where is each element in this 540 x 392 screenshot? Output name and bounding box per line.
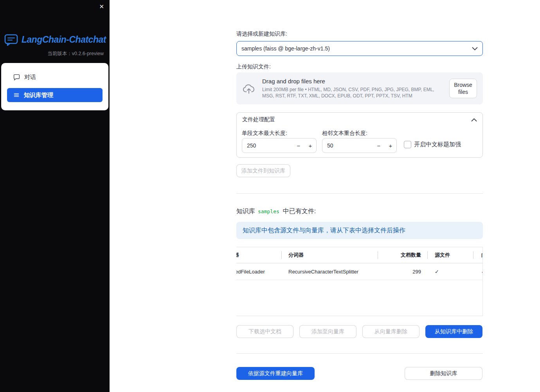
expander-title: 文件处理配置 <box>242 116 275 123</box>
main-content: 请选择或新建知识库: samples (faiss @ bge-large-zh… <box>236 0 483 380</box>
chunk-size-input[interactable]: 250 − + <box>242 138 317 153</box>
kb-files-suffix: 中已有文件: <box>283 207 316 216</box>
checkbox-label: 开启中文标题加强 <box>414 141 461 148</box>
file-uploader-dropzone[interactable]: Drag and drop files here Limit 200MB per… <box>236 72 483 104</box>
cell-vector-check: ✓ <box>473 263 482 280</box>
overlap-size-label: 相邻文本重合长度: <box>322 129 397 137</box>
delete-from-kb-button[interactable]: 从知识库中删除 <box>425 325 482 338</box>
decrement-button[interactable]: − <box>293 138 304 153</box>
overlap-size-input[interactable]: 50 − + <box>322 138 397 153</box>
browse-files-button[interactable]: Browse files <box>449 79 477 98</box>
overlap-size-group: 相邻文本重合长度: 50 − + <box>322 129 397 153</box>
sidebar: ✕ LangChain-Chatchat 当前版本：v0.2.6-preview… <box>0 0 110 392</box>
expander-header[interactable]: 文件处理配置 <box>237 113 482 127</box>
divider <box>236 353 483 354</box>
menu-item-label: 知识库管理 <box>24 92 53 99</box>
sidebar-close-icon[interactable]: ✕ <box>99 3 104 10</box>
chunk-size-label: 单段文本最大长度: <box>242 129 317 137</box>
decrement-button[interactable]: − <box>373 138 385 153</box>
info-text: 知识库中包含源文件与向量库，请从下表中选择文件后操作 <box>243 227 405 235</box>
app-logo: LangChain-Chatchat <box>0 0 110 46</box>
kb-actions: 依据源文件重建向量库 删除知识库 <box>236 367 483 380</box>
column-header-label: 文档加载器 <box>236 252 239 259</box>
upload-label: 上传知识文件: <box>236 63 483 70</box>
column-header-vector[interactable]: 向量库 <box>473 247 482 263</box>
kb-files-heading: 知识库 samples 中已有文件: <box>236 207 483 215</box>
checkbox-icon <box>404 141 411 148</box>
app-version: 当前版本：v0.2.6-preview <box>0 50 110 57</box>
file-config-expander: 文件处理配置 单段文本最大长度: 250 − + 相邻文本重合长度: 50 − … <box>236 112 483 158</box>
chunk-size-group: 单段文本最大长度: 250 − + <box>242 129 317 153</box>
sidebar-item-chat[interactable]: 对话 <box>7 70 103 84</box>
info-banner: 知识库中包含源文件与向量库，请从下表中选择文件后操作 <box>236 222 483 239</box>
divider <box>236 193 483 194</box>
add-files-to-kb-button[interactable]: 添加文件到知识库 <box>236 164 290 177</box>
uploader-limit-text: Limit 200MB per file • HTML, MD, JSON, C… <box>262 86 444 99</box>
sidebar-item-knowledge-base[interactable]: 知识库管理 <box>7 88 103 102</box>
cell-loader-value: UnstructuredFileLoader <box>236 269 265 275</box>
kb-files-table: 文档加载器 分词器 文档数量 源文件 向量库 UnstructuredFileL… <box>236 247 483 316</box>
overlap-size-value: 50 <box>327 142 373 149</box>
kb-selectbox[interactable]: samples (faiss @ bge-large-zh-v1.5) <box>236 41 483 56</box>
cell-splitter: RecursiveCharacterTextSplitter <box>282 263 378 280</box>
uploader-text: Drag and drop files here Limit 200MB per… <box>256 78 449 99</box>
increment-button[interactable]: + <box>304 138 316 153</box>
chevron-down-icon <box>472 47 478 50</box>
column-header-splitter[interactable]: 分词器 <box>282 247 378 263</box>
delete-from-vector-store-button[interactable]: 从向量库删除 <box>362 325 419 338</box>
kb-name-code: samples <box>258 209 279 214</box>
chat-logo-icon <box>4 34 18 46</box>
zh-title-enhance-checkbox[interactable]: 开启中文标题加强 <box>404 141 461 148</box>
column-header-source[interactable]: 源文件 <box>428 247 473 263</box>
row-actions: 下载选中文档 添加至向量库 从向量库删除 从知识库中删除 <box>236 325 483 338</box>
column-header-loader[interactable]: 文档加载器 <box>236 247 281 263</box>
expander-body: 单段文本最大长度: 250 − + 相邻文本重合长度: 50 − + 开启中文标… <box>237 127 482 157</box>
cloud-upload-icon <box>243 83 256 94</box>
uploader-drag-text: Drag and drop files here <box>262 78 444 85</box>
rebuild-vector-store-button[interactable]: 依据源文件重建向量库 <box>236 367 315 380</box>
table-row[interactable]: UnstructuredFileLoader RecursiveCharacte… <box>236 263 482 280</box>
download-selected-button[interactable]: 下载选中文档 <box>236 325 293 338</box>
chevron-up-icon <box>471 118 477 122</box>
add-to-vector-store-button[interactable]: 添加至向量库 <box>299 325 356 338</box>
app-title: LangChain-Chatchat <box>22 34 106 45</box>
kb-files-prefix: 知识库 <box>236 207 255 216</box>
column-header-doc-count[interactable]: 文档数量 <box>378 247 427 263</box>
table-header-row: 文档加载器 分词器 文档数量 源文件 向量库 <box>236 247 482 263</box>
chat-bubble-icon <box>13 74 20 81</box>
list-icon <box>13 92 20 98</box>
sidebar-menu: 对话 知识库管理 <box>1 63 108 110</box>
kb-select-value: samples (faiss @ bge-large-zh-v1.5) <box>241 45 330 52</box>
delete-kb-button[interactable]: 删除知识库 <box>405 367 482 380</box>
chunk-size-value: 250 <box>247 142 293 149</box>
cell-source-check: ✓ <box>428 263 473 280</box>
cell-loader: UnstructuredFileLoader <box>236 263 281 280</box>
kb-select-label: 请选择或新建知识库: <box>236 30 483 38</box>
increment-button[interactable]: + <box>385 138 396 153</box>
menu-item-label: 对话 <box>24 74 36 81</box>
cell-doc-count: 299 <box>378 263 427 280</box>
